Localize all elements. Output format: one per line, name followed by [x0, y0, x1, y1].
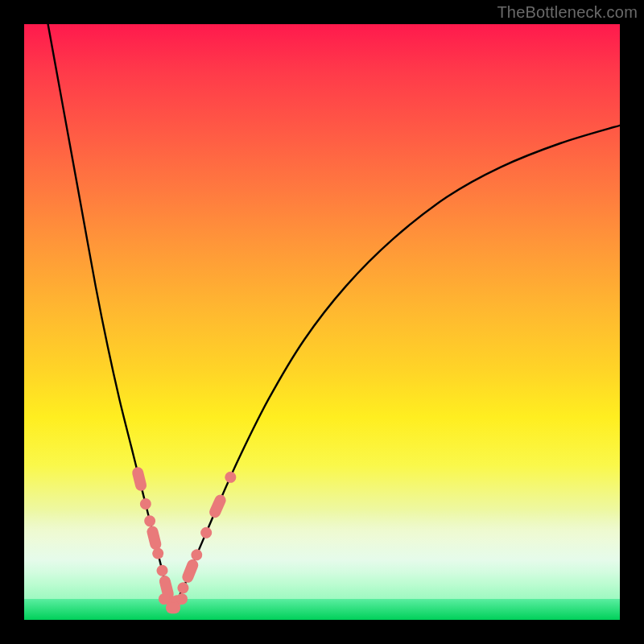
pale-gradient-band [24, 510, 620, 599]
curve-bead [146, 525, 163, 551]
curve-bead [189, 547, 204, 562]
curve-bead [175, 580, 191, 596]
curve-bead [199, 525, 213, 539]
curve-bead [158, 575, 175, 601]
curve-bead [208, 493, 228, 519]
curve-bead [151, 547, 165, 560]
curve-bead [143, 514, 157, 528]
green-bottom-band [24, 599, 620, 620]
curve-bead [131, 466, 148, 492]
bottleneck-curve [24, 24, 620, 620]
curve-path [48, 24, 620, 610]
curve-bead [155, 564, 169, 577]
curve-bead [138, 497, 152, 511]
curve-bead [223, 470, 237, 485]
chart-canvas [24, 24, 620, 620]
watermark-text: TheBottleneck.com [497, 3, 638, 22]
curve-beads-group [131, 466, 238, 613]
curve-bead [180, 558, 200, 584]
